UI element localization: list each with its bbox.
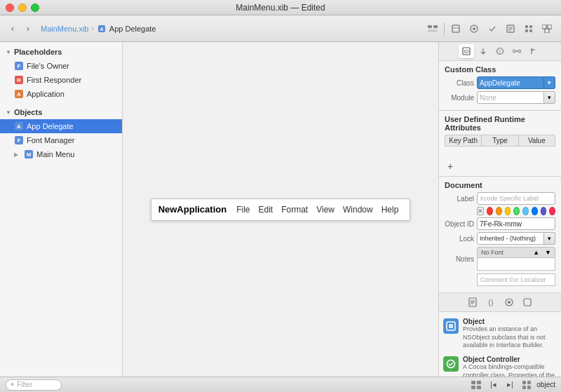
- right-panel: ID: [438, 42, 561, 377]
- menubar-format[interactable]: Format: [277, 203, 312, 216]
- svg-rect-61: [527, 386, 531, 389]
- color-blue[interactable]: [532, 207, 538, 215]
- filter-input[interactable]: ⌖ Filter: [6, 379, 62, 391]
- menubar-edit[interactable]: Edit: [254, 203, 277, 216]
- sidebar-item-application[interactable]: A Application: [0, 87, 122, 101]
- menubar-view[interactable]: View: [312, 203, 339, 216]
- obj-lib-tab-doc[interactable]: [465, 295, 480, 309]
- main-menu-label: Main Menu: [36, 150, 74, 158]
- obj-lib-tab-circle[interactable]: [501, 295, 517, 309]
- nav-forward-button[interactable]: ›: [21, 22, 35, 36]
- color-orange[interactable]: [496, 207, 502, 215]
- object-id-value[interactable]: 7Fe-Rk-mmw: [477, 217, 555, 230]
- sidebar-item-app-delegate[interactable]: A App Delegate: [0, 119, 122, 133]
- svg-rect-19: [545, 29, 549, 33]
- runtime-attrs-title: User Defined Runtime Attributes: [445, 115, 555, 132]
- status-grid-btn[interactable]: [520, 379, 534, 391]
- svg-point-46: [508, 301, 511, 304]
- color-clear-btn[interactable]: ✕: [477, 207, 484, 215]
- add-runtime-attr-btn[interactable]: +: [445, 161, 456, 172]
- panel-tab-flag[interactable]: [526, 44, 541, 58]
- minimize-button[interactable]: [18, 4, 27, 12]
- maximize-button[interactable]: [31, 4, 39, 12]
- svg-rect-16: [529, 29, 532, 32]
- svg-rect-49: [449, 324, 453, 328]
- lock-dropdown-btn[interactable]: ▾: [544, 232, 555, 245]
- object-item-0[interactable]: Object Provides an instance of an NSObje…: [439, 315, 561, 353]
- module-dropdown-btn[interactable]: ▾: [544, 91, 555, 104]
- comment-input[interactable]: Comment For Localizer: [477, 273, 555, 286]
- nav-back-button[interactable]: ‹: [6, 22, 20, 36]
- obj-lib-tab-square[interactable]: [520, 295, 535, 309]
- files-owner-label: File's Owner: [27, 62, 69, 70]
- app-delegate-icon: A: [97, 24, 107, 34]
- object-item-1[interactable]: Object Controller A Cocoa bindings-compa…: [439, 353, 561, 377]
- nav-buttons: ‹ ›: [6, 22, 35, 36]
- obj-lib-tab-paren[interactable]: (): [483, 295, 499, 309]
- menubar-help[interactable]: Help: [377, 203, 403, 216]
- toolbar-view-btn1[interactable]: [424, 20, 441, 37]
- svg-rect-59: [527, 381, 531, 384]
- sidebar-item-main-menu[interactable]: ▶ M Main Menu: [0, 147, 122, 161]
- sidebar-item-first-responder[interactable]: R First Responder: [0, 73, 122, 87]
- menubar-preview: NewApplication File Edit Format View Win…: [151, 198, 411, 221]
- main-menu-triangle[interactable]: ▶: [14, 151, 21, 158]
- app-delegate-sidebar-icon: A: [14, 121, 24, 131]
- status-nav-prev[interactable]: |◂: [486, 379, 500, 391]
- panel-tab-circle[interactable]: [492, 44, 508, 58]
- color-red[interactable]: [487, 207, 493, 215]
- lock-input[interactable]: Inherited - (Nothing): [477, 232, 544, 245]
- toolbar-icon3[interactable]: [484, 20, 501, 37]
- breadcrumb-xib[interactable]: MainMenu.xib: [41, 25, 88, 33]
- color-pink[interactable]: [549, 207, 555, 215]
- class-dropdown-btn[interactable]: ▾: [544, 76, 555, 89]
- svg-text:ID: ID: [464, 49, 469, 54]
- class-input[interactable]: AppDelegate: [477, 76, 544, 89]
- class-input-wrapper: AppDelegate ▾: [477, 76, 555, 89]
- svg-rect-5: [452, 25, 459, 32]
- toolbar-icon2[interactable]: [466, 20, 482, 37]
- panel-tab-arrow[interactable]: [475, 44, 491, 58]
- panel-tab-id[interactable]: ID: [459, 44, 474, 58]
- object-library-tabs: (): [439, 293, 561, 312]
- objects-triangle: ▼: [6, 109, 11, 116]
- notes-size-up[interactable]: ▲: [531, 248, 541, 257]
- close-button[interactable]: [6, 4, 14, 12]
- font-manager-icon: F: [14, 135, 24, 145]
- menubar-window[interactable]: Window: [339, 203, 377, 216]
- color-teal[interactable]: [522, 207, 529, 215]
- app-name: NewApplication: [158, 204, 227, 215]
- toolbar-icon5[interactable]: [520, 20, 537, 37]
- status-nav-next[interactable]: ▸|: [503, 379, 517, 391]
- toolbar-icon6[interactable]: [539, 20, 555, 37]
- module-input[interactable]: None: [477, 91, 544, 104]
- module-row: Module None ▾: [445, 91, 555, 104]
- color-yellow[interactable]: [505, 207, 511, 215]
- breadcrumb-sep1: ›: [91, 25, 93, 32]
- menubar-file[interactable]: File: [232, 203, 254, 216]
- toolbar-icon4[interactable]: [502, 20, 519, 37]
- panel-tab-link[interactable]: [509, 44, 525, 58]
- status-list-btn[interactable]: [469, 379, 483, 391]
- first-responder-label: First Responder: [27, 76, 81, 84]
- objects-label: Objects: [14, 108, 42, 116]
- toolbar: ‹ › MainMenu.xib › A App Delegate: [0, 15, 561, 42]
- notes-row: Notes No Font ▲ ▼: [445, 247, 555, 271]
- notes-toolbar: No Font ▲ ▼: [477, 247, 555, 258]
- title-bar: MainMenu.xib — Edited: [0, 0, 561, 15]
- main-menu-icon: M: [24, 149, 34, 159]
- color-purple[interactable]: [541, 207, 547, 215]
- notes-size-down[interactable]: ▼: [543, 248, 553, 257]
- breadcrumb-delegate[interactable]: App Delegate: [109, 25, 156, 33]
- status-object-label: object: [536, 381, 555, 388]
- notes-font: No Font: [479, 248, 529, 257]
- color-green[interactable]: [513, 207, 520, 215]
- col-value: Value: [519, 135, 555, 146]
- label-input[interactable]: Xcode Specific Label: [477, 192, 555, 205]
- toolbar-icon1[interactable]: [447, 20, 464, 37]
- sidebar-item-font-manager[interactable]: F Font Manager: [0, 133, 122, 147]
- svg-text:A: A: [17, 123, 21, 130]
- sidebar-item-files-owner[interactable]: F File's Owner: [0, 59, 122, 73]
- notes-no-font: [477, 258, 555, 271]
- lock-label: Lock: [445, 235, 474, 243]
